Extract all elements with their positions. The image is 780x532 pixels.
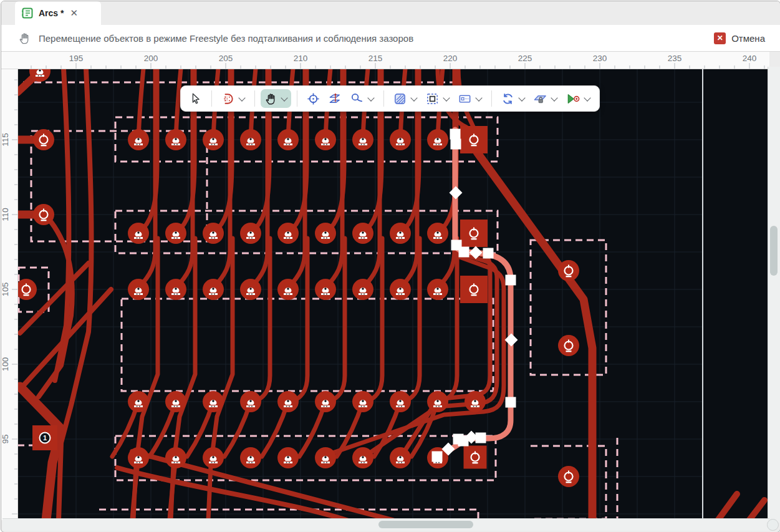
freestyle-move-tool[interactable] — [218, 89, 249, 109]
chevron-down-icon[interactable] — [281, 94, 287, 101]
selection-filter[interactable] — [422, 89, 453, 109]
cancel-button[interactable]: ✕ Отмена — [714, 32, 780, 44]
svg-text:240: 240 — [743, 54, 757, 63]
horizontal-scrollbar[interactable] — [2, 518, 769, 531]
chevron-down-icon[interactable] — [443, 94, 450, 101]
hint-text: Перемещение объектов в режиме Freestyle … — [39, 33, 413, 44]
status-hint-bar: Перемещение объектов в режиме Freestyle … — [1, 25, 780, 52]
horizontal-scroll-thumb[interactable] — [378, 521, 473, 528]
svg-text:220: 220 — [443, 54, 458, 63]
lock-layer-icon — [533, 92, 547, 106]
ruler-vertical: 95100105110115 — [1, 69, 18, 520]
crosshair-icon — [306, 92, 320, 106]
pan-tool[interactable] — [261, 89, 291, 108]
flip-layer-tool[interactable] — [325, 89, 345, 109]
chevron-down-icon[interactable] — [584, 94, 590, 101]
svg-text:100: 100 — [1, 357, 10, 372]
fill-display-mode[interactable] — [390, 89, 421, 109]
pcb-document-icon — [21, 7, 34, 19]
svg-text:195: 195 — [69, 54, 84, 63]
tab-title: Arcs * — [39, 8, 64, 18]
svg-text:115: 115 — [1, 133, 10, 147]
vertical-scrollbar[interactable] — [768, 67, 780, 523]
svg-text:230: 230 — [593, 54, 607, 63]
run-check[interactable] — [562, 89, 594, 109]
svg-text:205: 205 — [219, 54, 233, 63]
hand-icon — [264, 92, 277, 105]
flip-layers-icon — [328, 92, 342, 106]
cursor-icon — [189, 92, 203, 105]
tab-arcs[interactable]: Arcs * ✕ — [15, 1, 101, 25]
chevron-down-icon[interactable] — [410, 94, 417, 101]
chevron-down-icon[interactable] — [518, 94, 525, 101]
floating-toolbar — [180, 85, 600, 112]
svg-text:235: 235 — [668, 54, 682, 63]
chevron-down-icon[interactable] — [551, 94, 557, 101]
component-icon — [458, 92, 472, 106]
hand-icon — [17, 31, 31, 45]
svg-text:215: 215 — [368, 54, 383, 63]
chevron-down-icon[interactable] — [238, 94, 245, 101]
svg-text:200: 200 — [144, 54, 158, 63]
svg-text:105: 105 — [1, 283, 10, 297]
red-x-icon: ✕ — [714, 32, 726, 44]
chevron-down-icon[interactable] — [367, 94, 374, 101]
cancel-label: Отмена — [731, 33, 765, 44]
hatch-square-icon — [393, 92, 407, 106]
ruler-horizontal: 195200205210215220225230235240 — [1, 52, 769, 69]
svg-text:1: 1 — [43, 434, 47, 442]
svg-text:110: 110 — [1, 208, 10, 221]
refresh-view[interactable] — [498, 89, 529, 109]
svg-text:95: 95 — [1, 434, 10, 443]
tab-bar: Arcs * ✕ — [1, 1, 780, 25]
scroll-corner-button[interactable] — [767, 519, 779, 531]
svg-text:225: 225 — [518, 54, 532, 63]
svg-text:210: 210 — [294, 54, 308, 63]
run-check-icon — [566, 92, 580, 106]
refresh-icon — [501, 92, 515, 106]
layer-lock[interactable] — [530, 89, 561, 109]
chevron-down-icon[interactable] — [475, 94, 482, 101]
dashed-square-icon — [425, 92, 440, 106]
tab-close-icon[interactable]: ✕ — [69, 7, 79, 19]
freestyle-icon — [221, 92, 235, 106]
zoom-tool[interactable] — [347, 89, 378, 109]
pcb-canvas[interactable]: 1 — [18, 69, 769, 520]
component-display-mode[interactable] — [455, 89, 486, 109]
center-view-tool[interactable] — [303, 89, 324, 109]
vertical-scroll-thumb[interactable] — [770, 226, 778, 276]
select-tool[interactable] — [186, 89, 206, 108]
app-window: Arcs * ✕ Перемещение объектов в режиме F… — [1, 1, 780, 532]
magnifier-icon — [350, 92, 364, 106]
